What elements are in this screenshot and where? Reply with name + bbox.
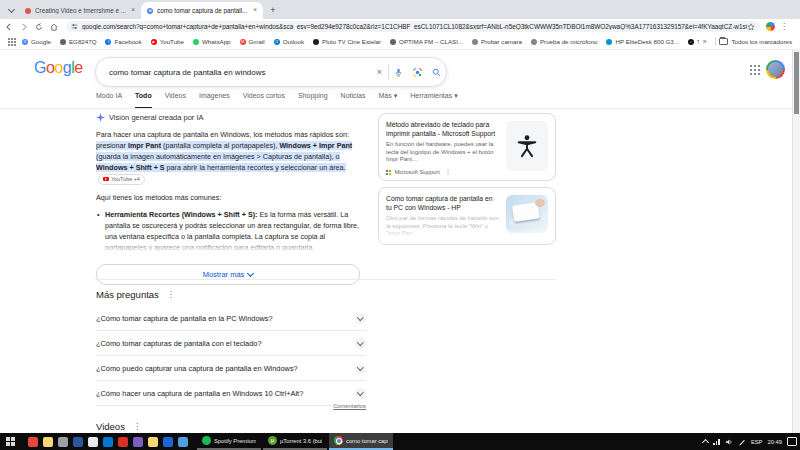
- start-button-icon[interactable]: [6, 437, 15, 446]
- videos-menu-icon[interactable]: ⋮: [133, 423, 141, 431]
- source-card[interactable]: Método abreviado de teclado para imprimi…: [378, 113, 556, 181]
- bookmark-item[interactable]: ♪ TikTok: [688, 38, 699, 45]
- pinned-app-icon[interactable]: [178, 437, 188, 447]
- apps-grid-icon[interactable]: [8, 38, 16, 46]
- bookmark-label: Gmail: [249, 38, 265, 45]
- search-nav-tab[interactable]: Herramientas ▾: [410, 92, 457, 109]
- extension-icon[interactable]: [766, 22, 775, 31]
- search-nav-tab[interactable]: Modo IA: [96, 92, 122, 109]
- pinned-app-icon[interactable]: [88, 437, 98, 447]
- taskbar-button-spotify[interactable]: Spotify Premium: [197, 433, 261, 450]
- ai-overview: Visión general creada por IA Para hacer …: [96, 113, 360, 285]
- bookmark-item[interactable]: ▶ YouTube: [151, 38, 184, 45]
- all-bookmarks-button[interactable]: Todos los marcadores: [719, 38, 792, 45]
- paa-menu-icon[interactable]: ⋮: [167, 291, 175, 299]
- paa-question-row[interactable]: ¿Cómo tomar captura de pantalla en la PC…: [96, 306, 366, 331]
- bookmark-item[interactable]: EG8247Q: [60, 38, 97, 45]
- google-apps-icon[interactable]: [750, 65, 760, 75]
- pen-icon[interactable]: [738, 438, 746, 446]
- bookmark-item[interactable]: Probar camara: [472, 38, 522, 45]
- browser-tab[interactable]: G como tomar captura de pantall... ×: [141, 2, 263, 19]
- bookmark-item[interactable]: G Google: [22, 38, 51, 45]
- search-nav-tab[interactable]: Imágenes: [199, 92, 230, 109]
- search-nav-tab[interactable]: Videos: [165, 92, 186, 109]
- bookmark-favicon: O: [274, 39, 280, 45]
- pinned-app-icon[interactable]: [73, 437, 83, 447]
- new-tab-button[interactable]: +: [267, 4, 279, 16]
- home-icon[interactable]: [48, 21, 60, 33]
- expand-chevron-icon[interactable]: [355, 338, 366, 349]
- tab-close-icon[interactable]: ×: [253, 7, 257, 14]
- card-thumbnail[interactable]: [506, 121, 548, 171]
- bookmark-item[interactable]: Pluto TV Cine Estelar: [313, 38, 381, 45]
- search-nav-tab[interactable]: Shopping: [298, 92, 328, 109]
- search-input[interactable]: [96, 68, 371, 77]
- search-box[interactable]: ×: [95, 57, 447, 87]
- reload-icon[interactable]: [33, 21, 45, 33]
- bookmark-favicon: [531, 39, 537, 45]
- network-icon[interactable]: [713, 439, 720, 445]
- pinned-app-icon[interactable]: [133, 437, 143, 447]
- bookmarks-overflow-icon[interactable]: »: [699, 38, 711, 45]
- clock[interactable]: 20:49: [767, 439, 782, 445]
- pinned-app-icon[interactable]: [163, 437, 173, 447]
- paa-heading: Más preguntas: [96, 289, 159, 300]
- forward-icon[interactable]: [18, 21, 30, 33]
- ai-sparkle-icon: [96, 113, 105, 122]
- bookmark-item[interactable]: Prueba de micrófono: [531, 38, 597, 45]
- url-bar[interactable]: google.com/search?q=como+tomar+captura+d…: [66, 21, 760, 32]
- bookmark-item[interactable]: WhatsApp: [193, 38, 231, 45]
- expand-chevron-icon[interactable]: [355, 313, 366, 324]
- action-center-icon[interactable]: [787, 437, 797, 446]
- bookmark-item[interactable]: f Facebook: [105, 38, 141, 45]
- pinned-app-icon[interactable]: [118, 437, 128, 447]
- search-nav-tab[interactable]: Videos cortos: [243, 92, 285, 109]
- google-logo[interactable]: Google: [34, 59, 83, 77]
- card-title[interactable]: Método abreviado de teclado para imprimi…: [386, 121, 500, 138]
- card-description: En función del hardware, puedes usar la …: [386, 141, 500, 164]
- pinned-app-icon[interactable]: [58, 437, 68, 447]
- volume-icon[interactable]: [725, 438, 733, 446]
- back-icon[interactable]: [3, 21, 15, 33]
- profile-avatar[interactable]: [766, 60, 785, 79]
- card-menu-icon[interactable]: ⋮: [445, 169, 452, 176]
- paa-question-row[interactable]: ¿Cómo tomar capturas de pantalla con el …: [96, 331, 366, 356]
- tab-close-icon[interactable]: ×: [131, 7, 135, 14]
- language-indicator[interactable]: ESP: [751, 439, 763, 445]
- pinned-app-icon[interactable]: [148, 437, 158, 447]
- pinned-app-icon[interactable]: [43, 437, 53, 447]
- show-more-button[interactable]: Mostrar más: [96, 264, 360, 285]
- bookmark-item[interactable]: HP EliteDesk 800 G3...: [606, 38, 679, 45]
- browser-tab[interactable]: Creating Video e tmerrshme e ... ×: [19, 2, 141, 19]
- mic-icon[interactable]: [394, 68, 403, 77]
- card-title[interactable]: Cómo tomar captura de pantalla en tu PC …: [386, 195, 500, 212]
- pinned-app-icon[interactable]: [103, 437, 113, 447]
- pinned-app-icon[interactable]: [28, 437, 38, 447]
- paa-question-row[interactable]: ¿Cómo puedo capturar una captura de pant…: [96, 356, 366, 381]
- lens-icon[interactable]: [413, 68, 422, 77]
- bookmark-item[interactable]: O Outlook: [274, 38, 304, 45]
- microsoft-favicon: [386, 170, 391, 175]
- tray-expand-icon[interactable]: [702, 439, 709, 446]
- clear-icon[interactable]: ×: [371, 67, 388, 77]
- bookmark-item[interactable]: M Gmail: [240, 38, 265, 45]
- search-nav-tab[interactable]: Noticias: [341, 92, 366, 109]
- source-card[interactable]: Cómo tomar captura de pantalla en tu PC …: [378, 187, 556, 245]
- bookmark-item[interactable]: OPTIMA FM – CLASI...: [390, 38, 463, 45]
- browser-menu-icon[interactable]: ⋮: [780, 23, 788, 31]
- search-nav-tab[interactable]: Todo: [135, 92, 152, 109]
- feedback-link[interactable]: Comentarios: [96, 403, 366, 409]
- expand-chevron-icon[interactable]: [355, 388, 366, 399]
- bookmark-star-icon[interactable]: [747, 23, 755, 31]
- taskbar-button-utorrent[interactable]: µ µTorrent 3.6 (build 4...: [263, 433, 327, 450]
- fade-overlay: [379, 227, 555, 245]
- tab-search-chevron-icon[interactable]: [5, 4, 17, 16]
- search-nav-tab[interactable]: Más ▾: [379, 92, 398, 109]
- expand-chevron-icon[interactable]: [355, 363, 366, 374]
- scrollbar-thumb[interactable]: [794, 52, 799, 114]
- page-scrollbar[interactable]: [792, 50, 800, 433]
- source-chip[interactable]: YouTube +4: [98, 174, 145, 185]
- taskbar-button-chrome[interactable]: como tomar captura...: [329, 433, 393, 450]
- search-icon[interactable]: [432, 68, 441, 77]
- bookmark-label: WhatsApp: [202, 38, 231, 45]
